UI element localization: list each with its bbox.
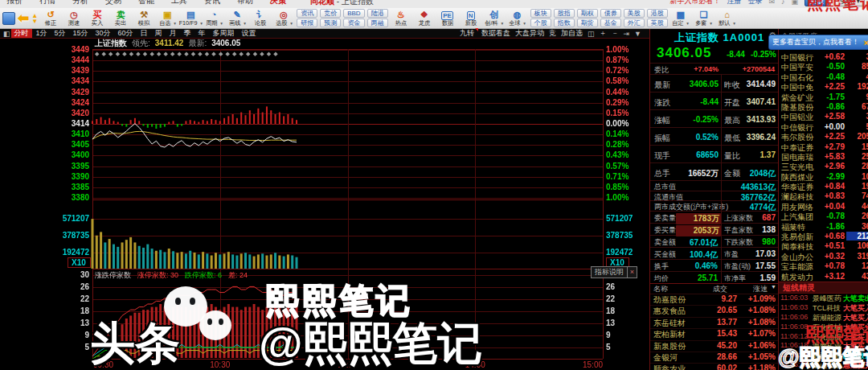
layout-icon[interactable]	[2, 12, 15, 25]
menu-item-2[interactable]: 分析	[72, 0, 88, 6]
cart-icon[interactable]: ▣	[791, 0, 798, 6]
stock-row-华泰证券[interactable]: 华泰证券+0.8419.22	[779, 182, 868, 191]
stock-row-中国中免[interactable]: 中国中免+2.25192.12	[779, 82, 868, 92]
speed-row-劲嘉股份[interactable]: 劲嘉股份9.27+1.09%	[650, 294, 778, 306]
menu-item-5[interactable]: 工具	[171, 0, 187, 6]
period-tab-日[interactable]: 日	[137, 29, 151, 38]
tool-论股[interactable]: 讠论股	[250, 10, 271, 27]
speed-row-宏柏新材[interactable]: 宏柏新材15.43+1.07%	[650, 329, 778, 340]
period-icon-2[interactable]: －	[612, 28, 619, 39]
alert-row[interactable]: 11:06:06新潮能源大笔买入	[779, 313, 868, 323]
stock-row-中国平安[interactable]: 中国平安-0.5085.75	[779, 62, 868, 72]
stock-row-隆基股份[interactable]: 隆基股份-0.8667.12	[779, 102, 868, 112]
tool-全球[interactable]: ◍全球 ▾	[507, 10, 528, 27]
period-tab-15分[interactable]: 15分	[70, 29, 92, 38]
tool-期权[interactable]: 期权	[577, 9, 598, 18]
period-right-加自选[interactable]: 加自选	[561, 28, 583, 39]
stock-row-紫金矿业[interactable]: 紫金矿业-1.759.06	[779, 92, 868, 102]
tool-英股[interactable]: 英股	[647, 18, 668, 27]
period-icon-3[interactable]: ⇥	[624, 30, 630, 38]
period-tab-多周期[interactable]: 多周期	[210, 29, 238, 38]
buy-stock-button[interactable]: 买股	[805, 0, 829, 6]
tool-修正[interactable]: ↺修正	[40, 10, 61, 27]
tool-买入[interactable]: 买买入	[87, 10, 108, 27]
tool-个股[interactable]: 个股	[530, 18, 551, 27]
stock-row-韦尔股份[interactable]: 韦尔股份+2.25205.00	[779, 132, 868, 142]
tool-龙虎[interactable]: ❖龙虎	[414, 10, 435, 27]
tool-竞价[interactable]: 竞价	[320, 9, 341, 18]
stock-row-金山办公[interactable]: 金山办公+0.32319.00	[779, 252, 868, 261]
period-tab-60分[interactable]: 60分	[115, 29, 137, 38]
trade-order-button[interactable]: 委托 ▾	[835, 0, 865, 6]
period-icon-4[interactable]: ▼	[634, 30, 641, 38]
stock-row-中泰证券[interactable]: 中泰证券+2.7915.45	[779, 142, 868, 152]
tool-股指[interactable]: 股指	[554, 9, 575, 18]
stock-row-宝丰能源[interactable]: 宝丰能源+0.7812.99	[779, 261, 868, 271]
period-right-竞[interactable]: 竞	[549, 28, 556, 39]
tool-自定[interactable]: ▩自定 ▾	[670, 10, 691, 27]
tool-资金[interactable]: 资金	[343, 18, 364, 27]
menu-item-3[interactable]: 交易	[105, 0, 121, 6]
stock-row-用友网络[interactable]: 用友网络+0.0444.80	[779, 202, 868, 212]
stock-row-澜起科技[interactable]: 澜起科技+0.8374.23	[779, 191, 868, 201]
scroll-arrows-icon[interactable]: ▲▼	[31, 13, 38, 24]
period-tab-周[interactable]: 周	[152, 29, 166, 38]
tool-新股[interactable]: N新股	[461, 10, 481, 27]
speed-row-顺鑫农业[interactable]: 顺鑫农业60.02+1.18%	[650, 364, 778, 370]
stock-row-兆易创新[interactable]: 兆易创新+0.68212.04	[779, 232, 868, 241]
speed-row-东岳硅材[interactable]: 东岳硅材13.77+1.08%	[650, 318, 778, 329]
tool-周期[interactable]: ◔周期 ▾	[203, 10, 224, 27]
intraday-chart[interactable]	[0, 39, 651, 370]
tool-研报[interactable]: 研报	[297, 18, 317, 27]
stock-row-中国银行[interactable]: 中国银行+0.623.22	[779, 52, 868, 62]
tool-板块[interactable]: 板块	[530, 9, 551, 18]
tool-港股[interactable]: 港股	[647, 9, 668, 18]
tool-资讯[interactable]: 资讯	[297, 9, 317, 18]
promo-tooltip[interactable]: 更多看盘宝贝，点我看看！ ×	[768, 35, 868, 50]
stock-row-航发动力[interactable]: 航发动力+3.1243.60	[779, 272, 868, 282]
period-tab-1分[interactable]: 1分	[33, 29, 51, 38]
alert-row[interactable]: 11:06:27通源石油区间放量	[779, 351, 868, 360]
period-tab-季[interactable]: 季	[181, 29, 194, 38]
period-tab-5分[interactable]: 5分	[51, 29, 69, 38]
speed-row-金银河[interactable]: 金银河28.66+1.05%	[650, 352, 778, 364]
tool-测速[interactable]: ◷测速	[63, 10, 84, 27]
alert-row[interactable]: 11:06:18海南矿业大笔买入	[779, 341, 868, 351]
period-tab-分时[interactable]: 分时	[11, 29, 32, 38]
tool-预测[interactable]: 预测	[320, 18, 341, 27]
close-icon[interactable]: ×	[864, 38, 868, 47]
tool-热点[interactable]: ♨热点	[391, 10, 411, 27]
sort-arrow-icon[interactable]: ▼	[771, 284, 776, 290]
menu-item-4[interactable]: 智能	[138, 0, 154, 6]
alert-row[interactable]: 11:06:03TCL科技大笔买入	[779, 303, 868, 313]
tool-债券[interactable]: 债券	[600, 9, 621, 18]
tool-默认[interactable]: ⌂默认 ▾	[717, 10, 738, 27]
menu-item-1[interactable]: 行情	[39, 0, 55, 6]
stock-row-中国石化[interactable]: 中国石化-0.484.18	[779, 72, 868, 82]
period-icon-0[interactable]: ◫	[588, 30, 595, 38]
tool-陆港[interactable]: 陆港	[367, 9, 388, 18]
tool-基金[interactable]: 基金	[600, 18, 621, 27]
collapse-icon[interactable]: ◧	[3, 30, 10, 38]
stock-row-福莱特[interactable]: 福莱特-1.8636.36	[779, 222, 868, 232]
tool-自选[interactable]: ▣自选 ▾	[157, 10, 178, 27]
register-link[interactable]: 注册	[727, 0, 741, 6]
alert-row[interactable]: 11:06:30泰山石油急速拉升	[779, 360, 868, 370]
period-right-九转[interactable]: 九转	[460, 28, 477, 39]
tool-选股[interactable]: ◎选股 ▾	[273, 10, 294, 27]
menu-item-8[interactable]: 决策	[270, 0, 286, 6]
tool-模拟[interactable]: ⚒模拟	[133, 10, 154, 27]
period-tab-30分[interactable]: 30分	[92, 29, 114, 38]
menu-item-7[interactable]: 帮助	[237, 0, 253, 6]
tool-F10/F9[interactable]: ▤F10/F9 ▾	[180, 10, 201, 27]
menu-item-0[interactable]: 报价	[6, 0, 23, 6]
tool-画线[interactable]: ✎画线 ▾	[227, 10, 248, 27]
tool-美股[interactable]: 美股	[624, 9, 645, 18]
period-tab-年[interactable]: 年	[195, 29, 209, 38]
mail-icon[interactable]: ✉	[768, 0, 775, 6]
tool-数据[interactable]: PE数据	[437, 10, 458, 27]
stock-row-三安光电[interactable]: 三安光电+2.9628.15	[779, 162, 868, 171]
tool-两融[interactable]: 两融	[367, 18, 388, 27]
stock-row-中国铝业[interactable]: 中国铝业+2.583.97	[779, 112, 868, 121]
tool-BBD[interactable]: BBD	[343, 9, 364, 18]
